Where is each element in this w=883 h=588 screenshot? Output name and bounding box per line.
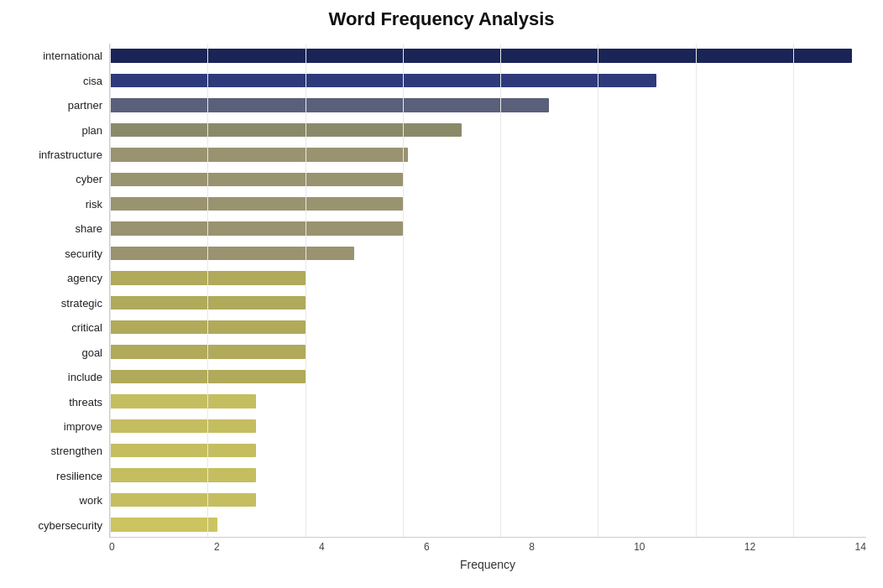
- y-label-share: share: [75, 216, 102, 241]
- x-tick-6: 6: [424, 541, 430, 553]
- chart-title: Word Frequency Analysis: [329, 8, 555, 30]
- y-label-goal: goal: [81, 340, 102, 364]
- y-label-strengthen: strengthen: [51, 439, 102, 463]
- x-tick-8: 8: [529, 541, 535, 553]
- bar-include: [110, 370, 306, 383]
- bar-cisa: [110, 74, 656, 87]
- x-axis-label: Frequency: [109, 558, 866, 571]
- y-label-cyber: cyber: [76, 167, 102, 191]
- bars-container: [109, 44, 866, 538]
- bar-row-agency: [110, 266, 866, 290]
- y-label-cisa: cisa: [83, 68, 102, 92]
- bar-cybersecurity: [110, 518, 217, 531]
- bars-section: internationalcisapartnerplaninfrastructu…: [17, 44, 866, 538]
- bar-partner: [110, 98, 549, 112]
- y-label-partner: partner: [68, 93, 102, 117]
- y-label-resilience: resilience: [56, 464, 102, 488]
- y-label-security: security: [65, 242, 102, 266]
- bar-row-cisa: [110, 68, 866, 92]
- y-label-improve: improve: [64, 414, 102, 439]
- bar-international: [110, 49, 852, 62]
- y-label-critical: critical: [71, 315, 102, 340]
- bar-threats: [110, 394, 256, 408]
- bar-agency: [110, 271, 306, 284]
- bar-row-infrastructure: [110, 143, 866, 167]
- y-label-plan: plan: [81, 117, 102, 142]
- y-label-work: work: [80, 488, 102, 513]
- bar-row-critical: [110, 315, 866, 339]
- y-labels: internationalcisapartnerplaninfrastructu…: [17, 44, 109, 538]
- y-label-international: international: [43, 44, 102, 68]
- y-label-cybersecurity: cybersecurity: [38, 513, 102, 538]
- bar-row-include: [110, 364, 866, 388]
- bar-row-risk: [110, 191, 866, 216]
- x-tick-0: 0: [109, 541, 115, 553]
- bar-row-work: [110, 487, 866, 512]
- x-tick-2: 2: [214, 541, 220, 553]
- bar-improve: [110, 419, 256, 433]
- bar-resilience: [110, 468, 256, 481]
- bar-strategic: [110, 296, 306, 310]
- bar-row-strategic: [110, 290, 866, 315]
- bar-share: [110, 221, 403, 235]
- y-label-agency: agency: [67, 266, 102, 290]
- bar-row-resilience: [110, 463, 866, 487]
- bar-infrastructure: [110, 148, 408, 161]
- x-tick-14: 14: [855, 541, 866, 553]
- bar-row-threats: [110, 389, 866, 414]
- x-axis: 02468101214: [109, 538, 866, 553]
- y-label-strategic: strategic: [61, 291, 102, 315]
- bar-critical: [110, 320, 306, 334]
- bar-cyber: [110, 173, 403, 186]
- bar-row-partner: [110, 93, 866, 117]
- bar-risk: [110, 197, 403, 211]
- bar-row-cyber: [110, 167, 866, 191]
- bar-row-international: [110, 44, 866, 68]
- y-label-include: include: [68, 365, 102, 389]
- bar-goal: [110, 345, 306, 358]
- bar-row-share: [110, 216, 866, 241]
- y-label-risk: risk: [86, 192, 102, 216]
- x-tick-12: 12: [745, 541, 755, 553]
- bar-strengthen: [110, 444, 256, 457]
- bar-row-strengthen: [110, 439, 866, 463]
- bar-row-cybersecurity: [110, 513, 866, 537]
- y-label-infrastructure: infrastructure: [39, 143, 102, 167]
- chart-area: internationalcisapartnerplaninfrastructu…: [17, 44, 866, 571]
- x-tick-4: 4: [319, 541, 325, 553]
- x-tick-10: 10: [634, 541, 645, 553]
- bar-work: [110, 493, 256, 507]
- y-label-threats: threats: [69, 389, 102, 414]
- bar-row-improve: [110, 414, 866, 438]
- bar-row-goal: [110, 340, 866, 364]
- bar-row-security: [110, 241, 866, 265]
- bar-plan: [110, 123, 462, 137]
- x-axis-ticks: 02468101214: [109, 541, 866, 553]
- bar-security: [110, 247, 354, 260]
- bar-row-plan: [110, 117, 866, 142]
